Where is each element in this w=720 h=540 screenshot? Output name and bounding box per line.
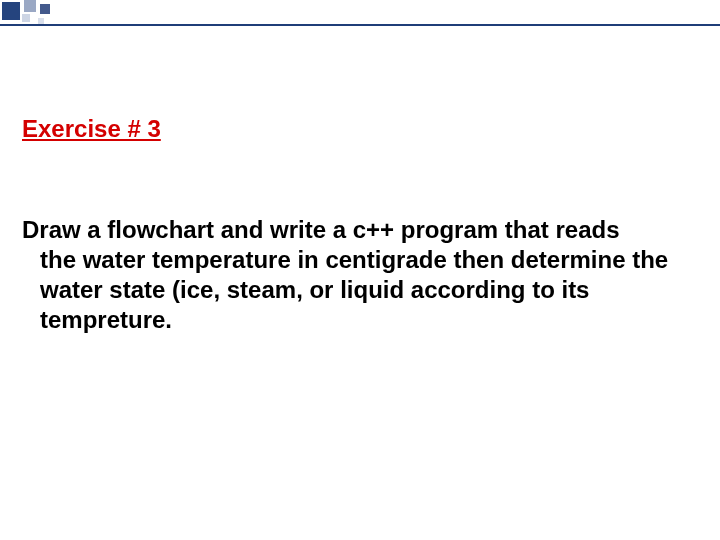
slide-content: Exercise # 3 Draw a flowchart and write … [22,115,700,335]
exercise-title: Exercise # 3 [22,115,700,143]
square-icon [24,0,36,12]
square-icon [22,14,30,22]
body-remaining: the water temperature in centigrade then… [22,245,700,335]
exercise-body: Draw a flowchart and write a c++ program… [22,215,700,335]
body-first-line: Draw a flowchart and write a c++ program… [22,216,620,243]
horizontal-rule [0,24,720,26]
square-icon [40,4,50,14]
square-icon [2,2,20,20]
